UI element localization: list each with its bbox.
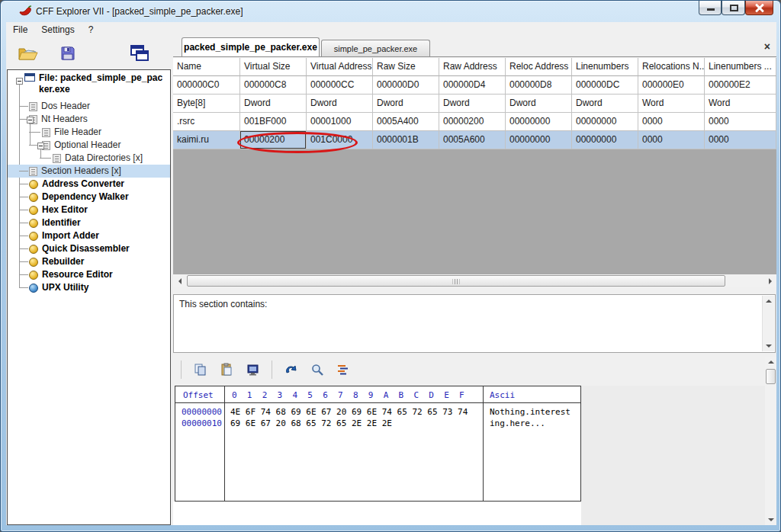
table-cell[interactable]: Dword xyxy=(373,95,439,113)
scroll-down-button[interactable] xyxy=(765,514,776,525)
tree-item-quick-disassembler[interactable]: Quick Disassembler xyxy=(8,242,170,255)
hex-row-bytes[interactable]: 4E 6F 74 68 69 6E 67 20 69 6E 74 65 72 6… xyxy=(230,406,468,418)
section-description-box[interactable]: This section contains: xyxy=(173,294,776,353)
table-cell[interactable]: 0000001B xyxy=(373,131,439,149)
grid-line xyxy=(224,386,225,501)
collapse-toggle[interactable] xyxy=(37,143,44,149)
scroll-down-button[interactable] xyxy=(763,341,775,351)
tab-label: packed_simple_pe_packer.exe xyxy=(184,42,317,53)
fill-selection-button[interactable] xyxy=(243,360,262,380)
goto-offset-button[interactable] xyxy=(333,360,353,380)
table-cell[interactable]: 0000 xyxy=(705,131,776,149)
scroll-right-button[interactable] xyxy=(763,274,776,287)
table-cell[interactable]: Dword xyxy=(506,95,572,113)
tree-item-dos-header[interactable]: Dos Header xyxy=(8,100,170,113)
tree-item-file-header[interactable]: File Header xyxy=(8,126,170,139)
hex-view-empty-area xyxy=(581,386,765,525)
table-cell[interactable]: 0000 xyxy=(638,131,705,149)
tree-item-hex-editor[interactable]: Hex Editor xyxy=(8,204,170,216)
tree-item-file-root[interactable]: File: packed_simple_pe_packer.exe xyxy=(8,72,170,100)
tree-item-rebuilder[interactable]: Rebuilder xyxy=(8,255,170,268)
tree-item-address-converter[interactable]: Address Converter xyxy=(8,178,170,191)
table-cell[interactable]: 001C0000 xyxy=(307,131,373,149)
close-window-button[interactable] xyxy=(745,1,773,15)
scroll-left-button[interactable] xyxy=(173,274,186,287)
tab-packed-simple-pe-packer[interactable]: packed_simple_pe_packer.exe xyxy=(182,37,320,56)
description-scrollbar[interactable] xyxy=(762,296,774,351)
content-pane: packed_simple_pe_packer.exe simple_pe_pa… xyxy=(173,37,776,525)
table-cell[interactable]: kaimi.ru xyxy=(173,131,240,149)
table-cell[interactable]: 00000000 xyxy=(572,131,638,149)
table-cell[interactable]: Byte[8] xyxy=(173,95,240,113)
hex-row-bytes[interactable]: 69 6E 67 20 68 65 72 65 2E 2E 2E xyxy=(230,418,392,429)
tree-item-identifier[interactable]: Identifier xyxy=(8,216,170,229)
table-cell[interactable]: 0005A400 xyxy=(373,113,439,131)
table-cell[interactable]: 000000E0 xyxy=(638,76,705,95)
tree-item-data-directories[interactable]: Data Directories [x] xyxy=(8,152,170,165)
tree-item-section-headers[interactable]: Section Headers [x] xyxy=(8,165,170,178)
table-cell[interactable]: 000000C8 xyxy=(240,76,307,95)
scrollbar-thumb[interactable] xyxy=(766,369,776,384)
table-cell[interactable]: 000000D4 xyxy=(439,76,506,95)
tree-item-import-adder[interactable]: Import Adder xyxy=(8,229,170,242)
table-cell[interactable]: Dword xyxy=(439,95,506,113)
table-cell[interactable]: 00000000 xyxy=(506,113,572,131)
table-cell-annotated[interactable]: 001BF000 xyxy=(240,113,307,131)
collapse-toggle[interactable] xyxy=(16,78,23,85)
tab-simple-pe-packer[interactable]: simple_pe_packer.exe xyxy=(321,40,430,56)
scroll-up-button[interactable] xyxy=(765,357,776,367)
tool-icon xyxy=(29,193,38,202)
titlebar[interactable]: CFF Explorer VII - [packed_simple_pe_pac… xyxy=(1,1,781,22)
close-tab-button[interactable]: × xyxy=(764,40,770,53)
table-cell[interactable]: Word xyxy=(705,95,776,113)
table-cell[interactable]: 0000 xyxy=(705,113,776,131)
hex-offset-header: Offset xyxy=(183,389,214,401)
table-cell[interactable]: 00000000 xyxy=(506,131,572,149)
hex-row-ascii[interactable]: Nothing.interest xyxy=(490,406,570,418)
table-cell[interactable]: Dword xyxy=(307,95,373,113)
scrollbar-thumb[interactable] xyxy=(187,275,725,287)
save-file-button[interactable] xyxy=(56,43,79,64)
scroll-up-button[interactable] xyxy=(763,296,775,306)
tree-item-upx-utility[interactable]: UPX Utility xyxy=(8,281,170,294)
cascade-windows-button[interactable] xyxy=(128,43,151,64)
paste-button[interactable] xyxy=(217,360,236,380)
table-cell[interactable]: Dword xyxy=(240,95,307,113)
collapse-toggle[interactable] xyxy=(27,117,34,123)
table-cell[interactable]: 00000000 xyxy=(572,113,638,131)
hex-row-ascii[interactable]: ing.here... xyxy=(490,418,545,429)
table-cell-annotated[interactable]: 00001000 xyxy=(307,113,373,131)
table-cell[interactable]: 000000D0 xyxy=(373,76,439,95)
table-cell[interactable]: 000000D8 xyxy=(506,76,572,95)
find-button[interactable] xyxy=(307,360,327,380)
menu-help[interactable]: ? xyxy=(82,23,101,37)
maximize-button[interactable] xyxy=(722,1,745,15)
menu-file[interactable]: File xyxy=(6,23,34,37)
minimize-button[interactable] xyxy=(699,1,722,15)
hex-vertical-scrollbar[interactable] xyxy=(765,357,776,525)
hex-view[interactable]: Offset 0 1 2 3 4 5 6 7 8 9 A B C D E F A… xyxy=(175,386,581,502)
tree-item-label: Section Headers [x] xyxy=(41,165,121,178)
table-cell[interactable]: 000000E2 xyxy=(705,76,776,95)
table-cell[interactable]: 000000CC xyxy=(307,76,373,95)
table-cell[interactable]: Dword xyxy=(572,95,638,113)
table-cell[interactable]: 00000200 xyxy=(439,113,506,131)
open-file-button[interactable] xyxy=(17,43,40,64)
tree-item-optional-header[interactable]: Optional Header xyxy=(8,139,170,152)
copy-icon xyxy=(194,363,207,377)
tree-item-dependency-walker[interactable]: Dependency Walker xyxy=(8,191,170,204)
menu-settings[interactable]: Settings xyxy=(34,23,81,37)
table-cell[interactable]: 0000 xyxy=(638,113,705,131)
tab-strip: packed_simple_pe_packer.exe simple_pe_pa… xyxy=(173,37,776,57)
table-cell[interactable]: Word xyxy=(638,95,705,113)
table-cell-focused[interactable]: 00000200 xyxy=(240,131,307,149)
table-cell[interactable]: 0005A600 xyxy=(439,131,506,149)
table-cell[interactable]: 000000C0 xyxy=(173,76,240,95)
undo-button[interactable] xyxy=(281,360,301,380)
horizontal-scrollbar[interactable] xyxy=(173,274,776,287)
table-cell[interactable]: 000000DC xyxy=(572,76,638,95)
pepper-logo-icon xyxy=(19,5,32,17)
table-cell[interactable]: .rsrc xyxy=(173,113,240,131)
tree-item-resource-editor[interactable]: Resource Editor xyxy=(8,268,170,281)
copy-button[interactable] xyxy=(191,360,211,380)
